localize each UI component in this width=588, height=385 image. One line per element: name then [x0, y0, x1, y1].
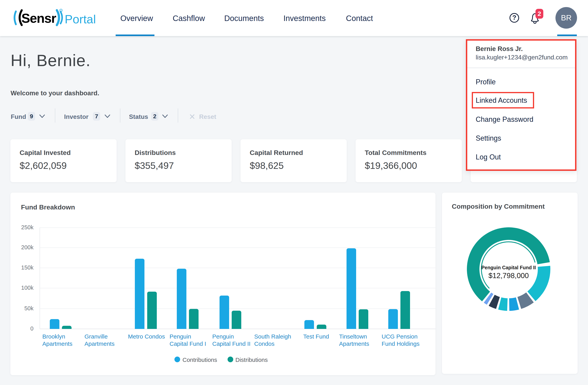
svg-text:Sensr: Sensr: [21, 11, 56, 25]
svg-text:Penguin Capital Fund II: Penguin Capital Fund II: [481, 265, 536, 270]
svg-text:$12,798,000: $12,798,000: [488, 272, 529, 280]
svg-text:Portal: Portal: [65, 13, 96, 26]
svg-text:R: R: [60, 10, 62, 12]
svg-text:?: ?: [512, 14, 516, 21]
